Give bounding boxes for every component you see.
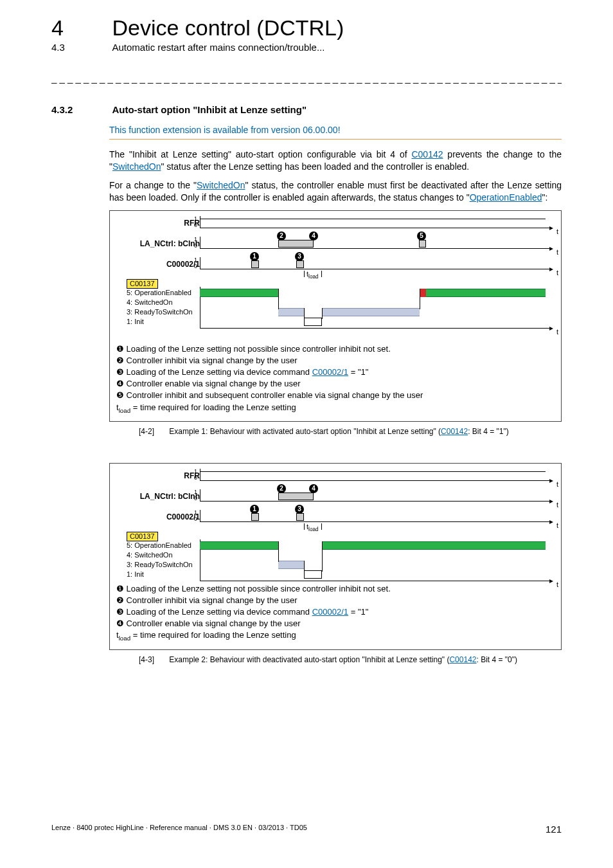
link-operationenabled[interactable]: OperationEnabled — [470, 192, 542, 203]
section-title: Auto-start option "Inhibit at Lenze sett… — [112, 104, 306, 115]
footer-text: Lenze · 8400 protec HighLine · Reference… — [51, 824, 307, 831]
subchapter-row: 4.3 Automatic restart after mains connec… — [51, 42, 562, 53]
version-note: This function extension is available fro… — [109, 125, 562, 140]
figure-1-legend: ❶ Loading of the Lenze setting not possi… — [116, 343, 555, 415]
divider: _ _ _ _ _ _ _ _ _ _ _ _ _ _ _ _ _ _ _ _ … — [51, 73, 562, 84]
page-footer: Lenze · 8400 protec HighLine · Reference… — [51, 824, 562, 835]
subchapter-number: 4.3 — [51, 42, 109, 53]
section-number: 4.3.2 — [51, 104, 109, 115]
subchapter-title: Automatic restart after mains connection… — [112, 42, 324, 53]
paragraph-2: For a change to the "SwitchedOn" status,… — [109, 179, 562, 204]
link-c00002-1[interactable]: C00002/1 — [312, 367, 348, 377]
timing-diagram-2: RFR 10 ▸t LA_NCtrl: bCInh 10 ▸t C00002/1… — [116, 469, 555, 578]
link-c00142-cap2[interactable]: C00142 — [449, 655, 476, 664]
figure-1-caption: [4-2] Example 1: Behaviour with activate… — [109, 427, 562, 436]
link-c00142-cap1[interactable]: C00142 — [441, 427, 468, 436]
link-switchedon-2[interactable]: SwitchedOn — [197, 180, 245, 190]
timing-diagram-1: RFR 10 ▸t LA_NCtrl: bCInh 10 ▸t C00002/1… — [116, 216, 555, 338]
la-label: LA_NCtrl: bCInh — [140, 239, 200, 248]
link-c00002-1b[interactable]: C00002/1 — [312, 607, 348, 617]
link-c00142[interactable]: C00142 — [411, 149, 443, 159]
link-switchedon[interactable]: SwitchedOn — [112, 161, 161, 172]
section-heading: 4.3.2 Auto-start option "Inhibit at Lenz… — [51, 104, 562, 116]
c00137-pill: C00137 — [127, 279, 158, 289]
chapter-title: Device control (DCTRL) — [112, 15, 344, 41]
chapter-number: 4 — [51, 15, 109, 41]
page-number: 121 — [546, 824, 562, 835]
chapter-header: 4 Device control (DCTRL) — [51, 15, 562, 41]
figure-4-3: RFR 10 ▸t LA_NCtrl: bCInh 10 ▸t C00002/1… — [109, 463, 562, 650]
figure-4-2: RFR 10 ▸t LA_NCtrl: bCInh 10 ▸t C00002/1… — [109, 210, 562, 422]
figure-2-caption: [4-3] Example 2: Behaviour with deactiva… — [109, 655, 562, 664]
paragraph-1: The "Inhibit at Lenze setting" auto-star… — [109, 149, 562, 173]
figure-2-legend: ❶ Loading of the Lenze setting not possi… — [116, 583, 555, 643]
